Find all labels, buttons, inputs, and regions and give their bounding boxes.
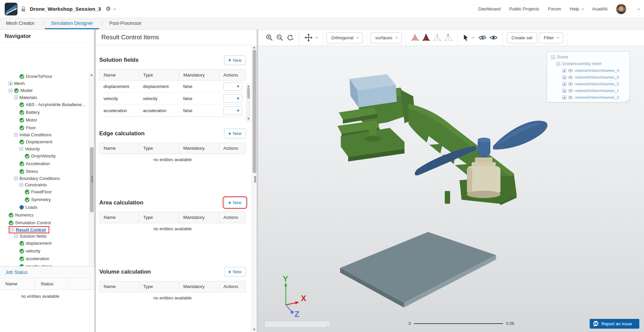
tree-item[interactable]: −Velocity xyxy=(0,146,88,152)
show-entity-icon[interactable] xyxy=(489,34,498,41)
mesh-vertex-tet-icon[interactable] xyxy=(444,34,452,42)
collapse-icon[interactable]: − xyxy=(14,133,18,137)
expand-icon[interactable]: + xyxy=(562,89,566,93)
tree-item[interactable]: DropVelocity xyxy=(0,152,88,160)
tree-item[interactable]: DroneToFloor xyxy=(0,73,88,80)
hide-entity-icon[interactable] xyxy=(478,34,487,41)
scroll-down-icon[interactable] xyxy=(253,329,256,331)
avatar[interactable] xyxy=(616,4,626,14)
tab-simulation-designer[interactable]: Simulation Designer xyxy=(45,18,99,29)
tree-item-label[interactable]: Mesh xyxy=(14,81,25,86)
scroll-thumb[interactable] xyxy=(253,50,256,173)
tree-item-label[interactable]: Constraints xyxy=(25,182,47,187)
scroll-thumb[interactable] xyxy=(247,88,250,99)
actions-dropdown[interactable] xyxy=(223,106,242,115)
render-mode-dropdown[interactable]: surfaces xyxy=(371,32,402,43)
tree-item-label[interactable]: velocity xyxy=(26,248,40,253)
navigator-resize-grip[interactable] xyxy=(91,176,93,183)
panel-scrollbar[interactable] xyxy=(252,45,257,332)
tree-item-label[interactable]: Acceleration xyxy=(26,161,50,166)
actions-dropdown[interactable] xyxy=(223,82,242,91)
tree-item-label[interactable]: Stress xyxy=(26,169,38,174)
nav-link-forum[interactable]: Forum xyxy=(548,6,561,11)
tree-item[interactable]: Symmetry xyxy=(0,196,88,203)
collapse-icon[interactable]: − xyxy=(19,147,23,151)
tree-item[interactable]: Floor xyxy=(0,124,88,132)
account-chevron-icon[interactable] xyxy=(637,7,640,10)
tree-item-label[interactable]: Floor xyxy=(26,125,36,130)
collapse-icon[interactable]: − xyxy=(10,228,14,232)
new-button[interactable]: +New xyxy=(224,267,246,277)
pan-move-icon[interactable] xyxy=(304,33,317,42)
tree-item-label[interactable]: Result Control xyxy=(16,227,46,232)
tree-item-label[interactable]: Symmetry xyxy=(31,197,51,202)
scene-volume-label[interactable]: volumeOnGeoVolumes_2 xyxy=(575,82,619,86)
nav-link-public-projects[interactable]: Public Projects xyxy=(509,6,539,11)
gear-icon[interactable]: ⚙ xyxy=(106,6,111,12)
tree-item[interactable]: acceleration xyxy=(0,255,88,263)
tree-item[interactable]: Battery xyxy=(0,108,88,116)
scene-volume-label[interactable]: volumeOnGeoVolumes_1 xyxy=(575,89,619,93)
tree-item[interactable]: Numerics xyxy=(0,211,88,219)
report-issue-button[interactable]: Report an issue xyxy=(590,319,639,329)
expand-icon[interactable]: + xyxy=(562,76,566,79)
zoom-out-icon[interactable] xyxy=(276,34,284,42)
expand-icon[interactable]: + xyxy=(562,96,566,99)
projection-dropdown[interactable]: Orthogonal xyxy=(326,32,363,43)
table-scrollbar[interactable] xyxy=(246,84,250,122)
tree-item[interactable]: velocity xyxy=(0,247,88,255)
tree-item[interactable]: FixedFloor xyxy=(0,188,88,196)
collapse-icon[interactable]: − xyxy=(19,183,23,187)
tree-item-label[interactable]: Simulation Control xyxy=(15,220,51,225)
scroll-up-icon[interactable] xyxy=(247,85,250,87)
visibility-eye-icon[interactable] xyxy=(568,96,573,99)
tree-item-label[interactable]: Battery xyxy=(26,110,40,115)
tree-item[interactable]: displacement xyxy=(0,239,88,247)
help-menu[interactable]: Help xyxy=(570,6,583,11)
scene-volume-label[interactable]: volumeOnGeoVolumes_4 xyxy=(575,68,619,73)
tree-item-label[interactable]: Displacement xyxy=(26,139,52,144)
scene-mesh-label[interactable]: DroneAssembly mesh xyxy=(562,61,601,66)
tree-item[interactable]: −Materials xyxy=(0,94,88,101)
tree-item[interactable]: −Initial Conditions xyxy=(0,132,88,138)
mesh-wire-tet-icon[interactable] xyxy=(433,34,441,42)
tree-item-label[interactable]: DropVelocity xyxy=(31,153,56,158)
tree-item-label[interactable]: FixedFloor xyxy=(31,189,52,194)
tree-item-label[interactable]: displacement xyxy=(26,241,52,246)
collapse-icon[interactable]: − xyxy=(9,89,12,92)
scroll-up-icon[interactable] xyxy=(90,74,93,76)
tree-item[interactable]: Motor xyxy=(0,116,88,124)
scene-root-label[interactable]: Scene xyxy=(557,55,568,59)
tree-item[interactable]: Displacement xyxy=(0,138,88,146)
tree-item-label[interactable]: Materials xyxy=(19,95,37,100)
zoom-in-icon[interactable] xyxy=(266,34,273,42)
expand-icon[interactable]: + xyxy=(562,69,566,73)
nav-link-dashboard[interactable]: Dashboard xyxy=(478,6,500,11)
project-menu-chevron-icon[interactable] xyxy=(113,7,116,10)
tree-item[interactable]: Loads xyxy=(0,203,88,211)
scene-volume-label[interactable]: volumeOnGeoVolumes_3 xyxy=(575,95,619,99)
tree-item-label[interactable]: Numerics xyxy=(15,212,34,218)
scroll-down-icon[interactable] xyxy=(247,118,250,120)
tree-item[interactable]: −Result Control xyxy=(0,227,88,233)
collapse-icon[interactable]: − xyxy=(14,234,18,238)
actions-dropdown[interactable] xyxy=(223,94,242,103)
select-options-chevron-icon[interactable] xyxy=(472,36,474,38)
tree-item-label[interactable]: Loads xyxy=(25,205,37,210)
visibility-eye-icon[interactable] xyxy=(568,76,573,79)
refresh-view-icon[interactable] xyxy=(286,34,294,41)
select-cursor-icon[interactable] xyxy=(463,34,474,41)
visibility-eye-icon[interactable] xyxy=(568,83,573,86)
collapse-icon[interactable]: − xyxy=(551,55,555,59)
tree-item-label[interactable]: Initial Conditions xyxy=(19,132,51,137)
expand-icon[interactable]: + xyxy=(9,82,12,85)
scene-panel-resize-handle[interactable] xyxy=(626,99,629,101)
collapse-icon[interactable]: − xyxy=(14,96,18,99)
scroll-up-icon[interactable] xyxy=(253,46,256,48)
pan-options-chevron-icon[interactable] xyxy=(315,36,318,38)
tab-mesh-creator[interactable]: Mesh Creator xyxy=(0,18,41,29)
visibility-eye-icon[interactable] xyxy=(568,69,573,72)
viewport-canvas[interactable]: −Scene−DroneAssembly mesh+volumeOnGeoVol… xyxy=(258,46,644,332)
tree-item[interactable]: +Mesh xyxy=(0,80,88,87)
tree-item-label[interactable]: DroneToFloor xyxy=(26,74,52,79)
